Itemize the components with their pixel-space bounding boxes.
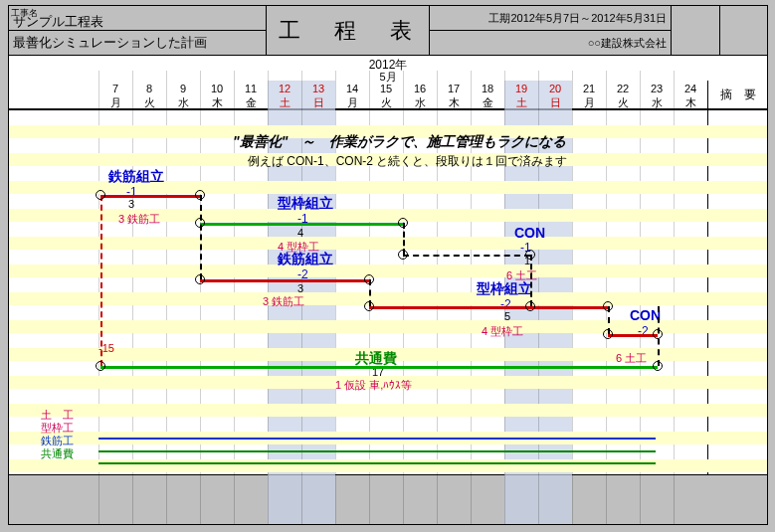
note-headline: "最善化" ～ 作業がラクで、施工管理もラクになる	[233, 133, 566, 151]
company-box: ○○建設株式会社	[429, 30, 672, 56]
row-band	[9, 292, 767, 305]
task-con2-res: 6 土工	[616, 351, 647, 366]
cal-dow: 木	[437, 95, 471, 110]
legend-4: 共通費	[41, 446, 74, 461]
cal-dow: 木	[200, 95, 234, 110]
node	[195, 190, 205, 200]
task-rebar1-name: 鉄筋組立	[108, 168, 164, 186]
cal-day: 8	[132, 83, 166, 94]
cal-dow: 金	[234, 95, 268, 110]
node	[603, 301, 613, 311]
node	[603, 329, 613, 339]
gantt-chart: 2012年 5月 摘 要 7月8火9水10木11金12土13日14月15火16水…	[8, 55, 768, 525]
cal-dow: 木	[674, 95, 707, 110]
task-con1-name: CON	[514, 225, 545, 241]
company: ○○建設株式会社	[588, 36, 667, 51]
cal-day: 19	[504, 83, 538, 94]
node	[653, 329, 663, 339]
plan-name-box: 最善化シミュレーションした計画	[8, 30, 267, 56]
row-band	[9, 404, 767, 417]
cal-day: 17	[437, 83, 471, 94]
cal-day: 21	[572, 83, 606, 94]
cal-dow: 土	[268, 95, 301, 110]
cal-day: 15	[369, 83, 403, 94]
chart-title: 工 程 表	[279, 16, 418, 46]
link-2b	[403, 255, 530, 257]
cal-day: 12	[268, 83, 301, 94]
cal-dow: 水	[166, 95, 200, 110]
task-common-res: 1 仮設 車,ﾊｳｽ等	[335, 378, 412, 393]
header-box-2	[719, 5, 768, 56]
bar-common	[100, 366, 658, 369]
cal-dow: 月	[98, 95, 132, 110]
legend-bar-b	[98, 450, 656, 452]
node	[398, 218, 408, 228]
cal-dow: 土	[504, 95, 538, 110]
cal-dow: 火	[132, 95, 166, 110]
task-rebar2-res: 3 鉄筋工	[263, 294, 304, 309]
node	[398, 250, 408, 260]
node	[525, 301, 535, 311]
task-rebar2-dur: 3	[297, 282, 303, 294]
task-rebar1-dur: 3	[128, 198, 134, 210]
bottom-band	[9, 474, 767, 524]
node	[364, 274, 374, 284]
task-form2-name: 型枠組立	[477, 280, 532, 298]
node	[364, 301, 374, 311]
cal-day: 11	[234, 83, 268, 94]
legend-bar-c	[98, 462, 656, 464]
row-band	[9, 237, 767, 250]
cal-dow: 火	[606, 95, 640, 110]
note-sub: 例えば CON-1、CON-2 と続くと、段取りは１回で済みます	[248, 153, 567, 170]
cal-day: 7	[98, 83, 132, 94]
task-form2-dur: 5	[504, 310, 510, 322]
bar-rebar2	[200, 279, 369, 282]
bar-con2link	[608, 334, 658, 337]
node	[96, 190, 105, 200]
plan-name: 最善化シミュレーションした計画	[13, 34, 207, 52]
node	[525, 250, 535, 260]
cal-day: 13	[301, 83, 335, 94]
link-2c	[530, 255, 532, 306]
cal-dow: 日	[538, 95, 572, 110]
remarks-header: 摘 要	[707, 81, 767, 110]
period: 工期2012年5月7日～2012年5月31日	[488, 11, 667, 26]
node	[96, 361, 105, 371]
cal-day: 22	[606, 83, 640, 94]
project-name-box: 工事名 サンプル工程表	[8, 5, 267, 31]
cal-dow: 火	[369, 95, 403, 110]
node	[195, 274, 205, 284]
period-box: 工期2012年5月7日～2012年5月31日	[429, 5, 672, 31]
node	[653, 361, 663, 371]
project-label: 工事名	[11, 7, 38, 20]
task-form1-dur: 4	[297, 227, 303, 239]
cal-day: 23	[640, 83, 674, 94]
task-con2-name: CON	[630, 307, 661, 323]
link-1	[200, 195, 202, 279]
title-box: 工 程 表	[266, 5, 430, 56]
row-band	[9, 459, 767, 472]
cal-day: 9	[166, 83, 200, 94]
cal-dow: 日	[301, 95, 335, 110]
header-box-1	[671, 5, 720, 56]
cal-day: 14	[335, 83, 369, 94]
cal-dow: 月	[572, 95, 606, 110]
cal-day: 16	[403, 83, 437, 94]
cal-dow: 水	[640, 95, 674, 110]
task-form1-name: 型枠組立	[278, 195, 333, 213]
legend-bar-a	[98, 438, 656, 440]
row-band	[9, 265, 767, 277]
cal-day: 18	[471, 83, 504, 94]
task-rebar1-res: 3 鉄筋工	[118, 212, 160, 227]
cal-day: 24	[674, 83, 707, 94]
bar-form2	[369, 306, 608, 309]
link-start	[100, 195, 102, 366]
task-rebar2-name: 鉄筋組立	[278, 251, 333, 268]
cal-day: 10	[200, 83, 234, 94]
node	[195, 218, 205, 228]
cal-dow: 月	[335, 95, 369, 110]
cal-dow: 水	[403, 95, 437, 110]
cal-day: 20	[538, 83, 572, 94]
legend: 土 工 型枠工 鉄筋工 共通費	[41, 409, 74, 460]
cal-dow: 金	[471, 95, 504, 110]
